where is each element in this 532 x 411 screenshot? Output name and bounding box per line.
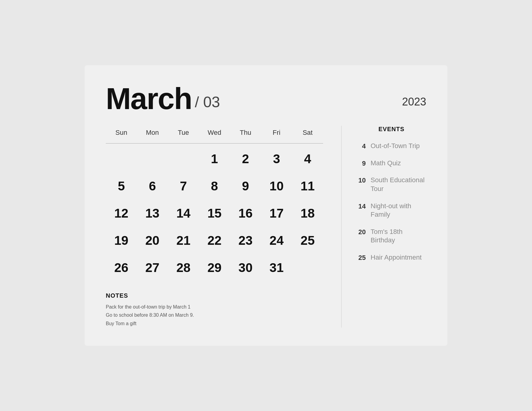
event-day: 14 — [357, 202, 366, 210]
calendar-day-12: 12 — [106, 204, 137, 223]
day-header-sat: Sat — [292, 126, 323, 140]
events-section: EVENTS 4Out-of-Town Trip9Math Quiz10Sout… — [342, 126, 426, 328]
calendar-grid: 0001234567891011121314151617181920212223… — [106, 150, 323, 277]
day-headers: SunMonTueWedThuFriSat — [106, 126, 323, 140]
day-header-sun: Sun — [106, 126, 137, 140]
calendar-day-11: 11 — [292, 177, 323, 196]
event-day: 25 — [357, 253, 366, 262]
event-item: 4Out-of-Town Trip — [357, 142, 426, 150]
calendar-day-9: 9 — [230, 177, 261, 196]
year-label: 2023 — [402, 95, 426, 114]
event-day: 20 — [357, 228, 366, 236]
calendar-day-23: 23 — [230, 231, 261, 250]
calendar-day-28: 28 — [168, 258, 199, 277]
calendar-day-30: 30 — [230, 258, 261, 277]
event-item: 25Hair Appointment — [357, 253, 426, 262]
calendar-day-3: 3 — [261, 150, 292, 168]
calendar-day-7: 7 — [168, 177, 199, 196]
calendar-day-21: 21 — [168, 231, 199, 250]
notes-section: NOTES Pack for the out-of-town trip by M… — [106, 292, 323, 328]
calendar-day-25: 25 — [292, 231, 323, 250]
calendar-day-5: 5 — [106, 177, 137, 196]
event-item: 9Math Quiz — [357, 159, 426, 168]
calendar-day-31: 31 — [261, 258, 292, 277]
event-name: Math Quiz — [371, 159, 401, 168]
calendar-day-14: 14 — [168, 204, 199, 223]
event-item: 10South Educational Tour — [357, 176, 426, 193]
event-name: Hair Appointment — [371, 253, 422, 262]
note-line: Go to school before 8:30 AM on March 9. — [106, 311, 323, 319]
event-name: South Educational Tour — [371, 176, 426, 193]
calendar-day-17: 17 — [261, 204, 292, 223]
calendar-day-2: 2 — [230, 150, 261, 168]
event-name: Out-of-Town Trip — [371, 142, 420, 150]
note-line: Buy Tom a gift — [106, 319, 323, 328]
calendar-day-20: 20 — [137, 231, 168, 250]
day-header-mon: Mon — [137, 126, 168, 140]
event-day: 4 — [357, 142, 366, 150]
day-header-fri: Fri — [261, 126, 292, 140]
day-header-thu: Thu — [230, 126, 261, 140]
main-content: SunMonTueWedThuFriSat 000123456789101112… — [106, 126, 426, 328]
calendar-day-16: 16 — [230, 204, 261, 223]
event-day: 10 — [357, 176, 366, 184]
note-line: Pack for the out-of-town trip by March 1 — [106, 303, 323, 311]
month-title: March — [106, 83, 192, 114]
calendar-day-empty: 0 — [168, 150, 199, 168]
calendar-day-13: 13 — [137, 204, 168, 223]
event-item: 20Tom's 18th Birthday — [357, 228, 426, 245]
calendar-day-27: 27 — [137, 258, 168, 277]
calendar-day-19: 19 — [106, 231, 137, 250]
notes-text: Pack for the out-of-town trip by March 1… — [106, 303, 323, 328]
calendar-day-24: 24 — [261, 231, 292, 250]
calendar-day-18: 18 — [292, 204, 323, 223]
calendar-day-22: 22 — [199, 231, 230, 250]
calendar-day-8: 8 — [199, 177, 230, 196]
calendar-day-empty: 0 — [137, 150, 168, 168]
calendar-day-26: 26 — [106, 258, 137, 277]
event-item: 14Night-out with Family — [357, 202, 426, 219]
calendar-day-10: 10 — [261, 177, 292, 196]
header-row: March / 03 2023 — [106, 83, 426, 114]
calendar-day-6: 6 — [137, 177, 168, 196]
calendar-day-15: 15 — [199, 204, 230, 223]
day-header-tue: Tue — [168, 126, 199, 140]
calendar-card: March / 03 2023 SunMonTueWedThuFriSat 00… — [85, 65, 447, 346]
calendar-day-29: 29 — [199, 258, 230, 277]
calendar-day-empty: 0 — [292, 258, 323, 277]
event-day: 9 — [357, 159, 366, 167]
calendar-day-empty: 0 — [106, 150, 137, 168]
events-list: 4Out-of-Town Trip9Math Quiz10South Educa… — [357, 142, 426, 262]
calendar-day-4: 4 — [292, 150, 323, 168]
events-title: EVENTS — [357, 126, 426, 133]
notes-title: NOTES — [106, 292, 323, 299]
calendar-section: SunMonTueWedThuFriSat 000123456789101112… — [106, 126, 341, 328]
event-name: Night-out with Family — [371, 202, 426, 219]
day-header-wed: Wed — [199, 126, 230, 140]
month-slash: / 03 — [195, 91, 220, 114]
event-name: Tom's 18th Birthday — [371, 228, 426, 245]
header-divider — [106, 143, 323, 144]
calendar-day-1: 1 — [199, 150, 230, 168]
